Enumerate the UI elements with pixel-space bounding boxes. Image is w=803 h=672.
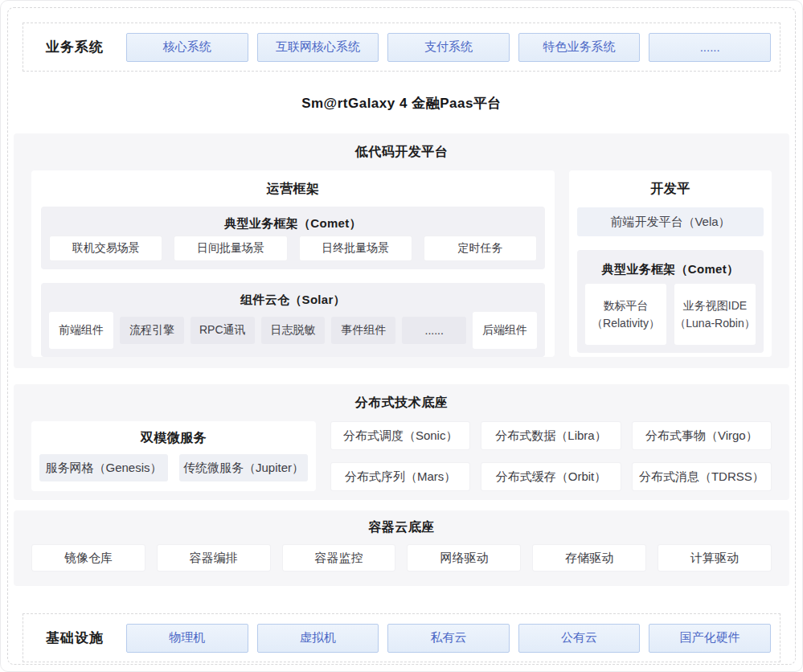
node-line1: 数标平台 bbox=[604, 297, 649, 314]
dev-comet-cards: 数标平台 （Relativity） 业务视图IDE （Luna-Robin） bbox=[585, 284, 756, 345]
business-system-button[interactable]: 特色业务系统 bbox=[518, 33, 641, 62]
dual-mode-title: 双模微服务 bbox=[39, 421, 308, 454]
comet-framework-title: 典型业务框架（Comet） bbox=[49, 211, 537, 236]
solar-component-chip[interactable]: RPC通讯 bbox=[191, 317, 255, 344]
container-cloud-panel: 容器云底座 镜像仓库 容器编排 容器监控 网络驱动 存储驱动 计算驱动 bbox=[14, 510, 789, 586]
distributed-service-node[interactable]: 分布式数据（Libra） bbox=[481, 421, 621, 450]
distributed-service-node[interactable]: 分布式序列（Mars） bbox=[330, 462, 470, 491]
front-component-button[interactable]: 前端组件 bbox=[49, 312, 113, 349]
solar-warehouse-panel: 组件云仓（Solar） 前端组件 流程引擎 RPC通讯 日志脱敏 事件组件 ..… bbox=[41, 283, 545, 357]
comet-scene-button[interactable]: 日间批量场景 bbox=[174, 236, 287, 261]
distributed-base-panel: 分布式技术底座 双模微服务 服务网格（Genesis） 传统微服务（Jupite… bbox=[14, 384, 789, 500]
distributed-base-title: 分布式技术底座 bbox=[31, 394, 772, 412]
infrastructure-button[interactable]: 虚拟机 bbox=[257, 624, 379, 653]
lowcode-platform-panel: 低代码开发平台 运营框架 典型业务框架（Comet） 联机交易场景 日间批量场景… bbox=[14, 133, 789, 368]
solar-component-chip[interactable]: 事件组件 bbox=[331, 317, 395, 344]
container-node[interactable]: 网络驱动 bbox=[407, 544, 521, 572]
container-node[interactable]: 存储驱动 bbox=[532, 544, 646, 572]
solar-component-chip[interactable]: 流程引擎 bbox=[120, 317, 184, 344]
solar-component-chip[interactable]: ...... bbox=[402, 317, 466, 344]
infrastructure-button[interactable]: 物理机 bbox=[126, 624, 248, 653]
lowcode-platform-title: 低代码开发平台 bbox=[31, 143, 772, 161]
infrastructure-button[interactable]: 国产化硬件 bbox=[649, 624, 771, 653]
business-system-button[interactable]: 互联网核心系统 bbox=[257, 33, 379, 62]
operation-framework-card: 运营框架 典型业务框架（Comet） 联机交易场景 日间批量场景 日终批量场景 … bbox=[31, 170, 555, 357]
container-node[interactable]: 计算驱动 bbox=[658, 544, 772, 572]
distributed-body: 双模微服务 服务网格（Genesis） 传统微服务（Jupiter） 分布式调度… bbox=[31, 421, 772, 491]
business-systems-label: 业务系统 bbox=[32, 38, 117, 56]
distributed-service-node[interactable]: 分布式消息（TDRSS） bbox=[632, 462, 772, 491]
dev-platform-card: 开发平 前端开发平台（Vela） 典型业务框架（Comet） 数标平台 （Rel… bbox=[569, 170, 772, 357]
solar-component-chip[interactable]: 日志脱敏 bbox=[261, 317, 326, 344]
distributed-service-node[interactable]: 分布式调度（Sonic） bbox=[330, 421, 470, 450]
solar-components-row: 前端组件 流程引擎 RPC通讯 日志脱敏 事件组件 ...... 后端组件 bbox=[49, 312, 537, 349]
business-systems-row: 业务系统 核心系统 互联网核心系统 支付系统 特色业务系统 ...... bbox=[23, 23, 780, 72]
distributed-services-grid: 分布式调度（Sonic） 分布式数据（Libra） 分布式事物（Virgo） 分… bbox=[330, 421, 772, 491]
operation-framework-title: 运营框架 bbox=[41, 170, 545, 207]
comet-scenes-row: 联机交易场景 日间批量场景 日终批量场景 定时任务 bbox=[49, 236, 537, 261]
business-system-button[interactable]: ...... bbox=[649, 33, 771, 62]
dual-mode-microservice-card: 双模微服务 服务网格（Genesis） 传统微服务（Jupiter） bbox=[31, 421, 316, 491]
comet-framework-panel: 典型业务框架（Comet） 联机交易场景 日间批量场景 日终批量场景 定时任务 bbox=[41, 207, 545, 269]
comet-scene-button[interactable]: 联机交易场景 bbox=[49, 236, 162, 261]
top-spacer bbox=[1, 1, 802, 23]
dual-mode-pills: 服务网格（Genesis） 传统微服务（Jupiter） bbox=[39, 454, 308, 481]
luna-robin-ide-node[interactable]: 业务视图IDE （Luna-Robin） bbox=[674, 284, 756, 345]
microservice-chip[interactable]: 传统微服务（Jupiter） bbox=[179, 454, 308, 481]
container-cloud-title: 容器云底座 bbox=[31, 518, 772, 536]
business-system-button[interactable]: 核心系统 bbox=[126, 33, 248, 62]
infrastructure-label: 基础设施 bbox=[32, 629, 117, 647]
node-line1: 业务视图IDE bbox=[683, 297, 747, 314]
container-node[interactable]: 容器监控 bbox=[282, 544, 396, 572]
container-node[interactable]: 容器编排 bbox=[157, 544, 271, 572]
vela-platform-pill[interactable]: 前端开发平台（Vela） bbox=[577, 207, 764, 236]
node-line2: （Luna-Robin） bbox=[674, 314, 755, 332]
distributed-service-node[interactable]: 分布式事物（Virgo） bbox=[632, 421, 772, 450]
page-title: Sm@rtGalaxy 4 金融Paas平台 bbox=[1, 94, 802, 113]
container-node[interactable]: 镜像仓库 bbox=[31, 544, 145, 572]
node-line2: （Relativity） bbox=[592, 314, 660, 332]
relativity-platform-node[interactable]: 数标平台 （Relativity） bbox=[585, 284, 666, 345]
spacer bbox=[1, 113, 802, 133]
comet-scene-button[interactable]: 定时任务 bbox=[424, 236, 537, 261]
container-cloud-row: 镜像仓库 容器编排 容器监控 网络驱动 存储驱动 计算驱动 bbox=[31, 544, 772, 572]
dev-platform-title: 开发平 bbox=[577, 170, 764, 207]
microservice-chip[interactable]: 服务网格（Genesis） bbox=[39, 454, 168, 481]
comet-scene-button[interactable]: 日终批量场景 bbox=[299, 236, 412, 261]
dev-comet-title: 典型业务框架（Comet） bbox=[585, 255, 756, 284]
dev-comet-panel: 典型业务框架（Comet） 数标平台 （Relativity） 业务视图IDE … bbox=[577, 250, 764, 353]
infrastructure-button[interactable]: 公有云 bbox=[518, 624, 641, 653]
back-component-button[interactable]: 后端组件 bbox=[473, 312, 537, 349]
distributed-service-node[interactable]: 分布式缓存（Orbit） bbox=[481, 462, 621, 491]
solar-warehouse-title: 组件云仓（Solar） bbox=[49, 288, 537, 312]
architecture-diagram: 业务系统 核心系统 互联网核心系统 支付系统 特色业务系统 ...... Sm@… bbox=[0, 0, 803, 672]
infrastructure-button[interactable]: 私有云 bbox=[387, 624, 510, 653]
infrastructure-row: 基础设施 物理机 虚拟机 私有云 公有云 国产化硬件 bbox=[23, 613, 780, 662]
lowcode-body: 运营框架 典型业务框架（Comet） 联机交易场景 日间批量场景 日终批量场景 … bbox=[31, 170, 772, 357]
business-system-button[interactable]: 支付系统 bbox=[387, 33, 510, 62]
